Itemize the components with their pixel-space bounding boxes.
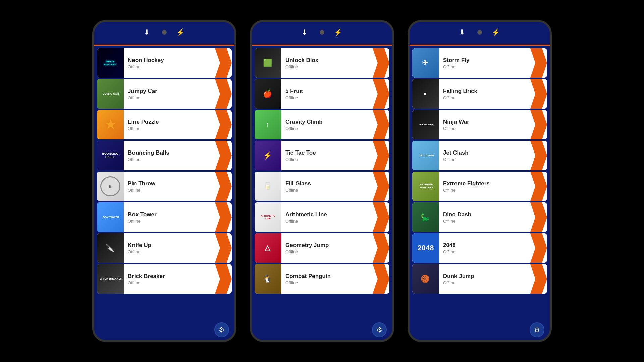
game-icon-box-tower: BOX TOWER (97, 202, 124, 232)
game-icon-storm-fly: ✈ (412, 48, 439, 78)
game-arrow-combat-penguin (373, 264, 389, 294)
game-info-line-puzzle: Line Puzzle Offline (124, 119, 215, 131)
game-name-dino-dash: Dino Dash (443, 211, 526, 218)
game-info-jet-clash: Jet Clash Offline (439, 149, 530, 162)
game-info-falling-brick: Falling Brick Offline (439, 88, 530, 100)
game-arrow-gravity-climb (373, 110, 389, 139)
game-status-gravity-climb: Offline (285, 126, 369, 131)
phone-header-bar (94, 42, 234, 46)
game-icon-dunk-jump: 🏀 (412, 264, 439, 294)
game-icon-bg-gravity-climb: ↑ (255, 110, 281, 139)
game-item-knife-up[interactable]: 🔪 Knife Up Offline (97, 233, 232, 263)
game-item-fill-glass[interactable]: 🥛 Fill Glass Offline (255, 172, 389, 201)
game-icon-bg-knife-up: 🔪 (97, 233, 124, 263)
game-item-extreme-fighters[interactable]: EXTREME FIGHTERS Extreme Fighters Offlin… (412, 172, 547, 201)
game-item-box-tower[interactable]: BOX TOWER Box Tower Offline (97, 202, 232, 232)
bolt-icon: ⚡ (334, 28, 342, 36)
game-icon-bg-pin-throw: 5 (97, 172, 124, 201)
game-item-ninja-war[interactable]: NINJA WAR Ninja War Offline (412, 110, 547, 139)
game-item-dunk-jump[interactable]: 🏀 Dunk Jump Offline (412, 264, 547, 294)
game-arrow-tic-tac-toe (373, 141, 389, 170)
game-icon-arithmetic-line: ARITHMETICLINE (255, 202, 281, 232)
game-arrow-jet-clash (530, 141, 547, 170)
game-arrow-unlock-blox (373, 48, 389, 78)
game-status-combat-penguin: Offline (285, 280, 369, 285)
game-status-tic-tac-toe: Offline (285, 157, 369, 162)
game-info-bouncing-balls: Bouncing Balls Offline (124, 149, 215, 162)
game-icon-bg-combat-penguin: 🐧 (255, 264, 281, 294)
game-status-fill-glass: Offline (285, 188, 369, 193)
phone-footer: ⚙ (410, 320, 550, 340)
game-arrow-line-puzzle (215, 110, 232, 139)
game-item-2048[interactable]: 2048 2048 Offline (412, 233, 547, 263)
game-name-unlock-blox: Unlock Blox (285, 57, 369, 64)
game-icon-bg-extreme-fighters: EXTREME FIGHTERS (412, 172, 439, 201)
game-icon-line-puzzle: ★ (97, 110, 124, 139)
game-icon-bg-5-fruit: 🍎 (255, 79, 281, 109)
game-arrow-ninja-war (530, 110, 547, 139)
game-item-falling-brick[interactable]: ▪ Falling Brick Offline (412, 79, 547, 109)
game-info-combat-penguin: Combat Penguin Offline (281, 273, 373, 285)
game-item-jet-clash[interactable]: JET CLASH Jet Clash Offline (412, 141, 547, 170)
game-name-line-puzzle: Line Puzzle (128, 119, 211, 125)
game-item-dino-dash[interactable]: 🦕 Dino Dash Offline (412, 202, 547, 232)
camera-dot (162, 30, 167, 35)
game-status-brick-breaker: Offline (128, 280, 211, 285)
game-item-pin-throw[interactable]: 5 Pin Throw Offline (97, 172, 232, 201)
game-icon-bg-dunk-jump: 🏀 (412, 264, 439, 294)
game-info-5-fruit: 5 Fruit Offline (281, 88, 373, 100)
phone-footer: ⚙ (94, 320, 234, 340)
game-info-dino-dash: Dino Dash Offline (439, 211, 530, 224)
game-item-geometry-jump[interactable]: △ Geometry Jump Offline (255, 233, 389, 263)
game-icon-dino-dash: 🦕 (412, 202, 439, 232)
game-status-2048: Offline (443, 249, 526, 254)
game-item-tic-tac-toe[interactable]: ⚡ Tic Tac Toe Offline (255, 141, 389, 170)
game-icon-bg-dino-dash: 🦕 (412, 202, 439, 232)
game-name-brick-breaker: Brick Breaker (128, 273, 211, 280)
game-item-arithmetic-line[interactable]: ARITHMETICLINE Arithmetic Line Offline (255, 202, 389, 232)
game-info-2048: 2048 Offline (439, 242, 530, 254)
game-icon-knife-up: 🔪 (97, 233, 124, 263)
game-item-line-puzzle[interactable]: ★ Line Puzzle Offline (97, 110, 232, 139)
game-item-jumpy-car[interactable]: JUMPY CAR Jumpy Car Offline (97, 79, 232, 109)
game-icon-extreme-fighters: EXTREME FIGHTERS (412, 172, 439, 201)
game-icon-fill-glass: 🥛 (255, 172, 281, 201)
game-name-combat-penguin: Combat Penguin (285, 273, 369, 280)
game-item-combat-penguin[interactable]: 🐧 Combat Penguin Offline (255, 264, 389, 294)
settings-button[interactable]: ⚙ (530, 322, 544, 337)
game-status-extreme-fighters: Offline (443, 188, 526, 193)
phone-header-bar (252, 42, 392, 46)
game-item-neon-hockey[interactable]: NEONHOCKEY Neon Hockey Offline (97, 48, 232, 78)
game-arrow-knife-up (215, 233, 232, 263)
game-info-tic-tac-toe: Tic Tac Toe Offline (281, 149, 373, 162)
game-icon-bg-storm-fly: ✈ (412, 48, 439, 78)
games-list: ✈ Storm Fly Offline ▪ Falling Brick Offl… (410, 46, 550, 320)
game-status-falling-brick: Offline (443, 95, 526, 100)
game-name-storm-fly: Storm Fly (443, 57, 526, 64)
settings-button[interactable]: ⚙ (214, 322, 229, 337)
game-name-gravity-climb: Gravity Climb (285, 119, 369, 125)
game-icon-falling-brick: ▪ (412, 79, 439, 109)
game-item-gravity-climb[interactable]: ↑ Gravity Climb Offline (255, 110, 389, 139)
game-info-box-tower: Box Tower Offline (124, 211, 215, 224)
game-arrow-dunk-jump (530, 264, 547, 294)
game-item-5-fruit[interactable]: 🍎 5 Fruit Offline (255, 79, 389, 109)
game-icon-bg-jet-clash: JET CLASH (412, 141, 439, 170)
game-arrow-falling-brick (530, 79, 547, 109)
game-item-unlock-blox[interactable]: 🟩 Unlock Blox Offline (255, 48, 389, 78)
game-info-pin-throw: Pin Throw Offline (124, 180, 215, 193)
game-arrow-pin-throw (215, 172, 232, 201)
game-status-knife-up: Offline (128, 249, 211, 254)
game-item-brick-breaker[interactable]: BRICK BREAKER Brick Breaker Offline (97, 264, 232, 294)
game-info-extreme-fighters: Extreme Fighters Offline (439, 180, 530, 193)
game-arrow-geometry-jump (373, 233, 389, 263)
game-item-bouncing-balls[interactable]: BOUNCING BALLS Bouncing Balls Offline (97, 141, 232, 170)
game-arrow-neon-hockey (215, 48, 232, 78)
game-info-storm-fly: Storm Fly Offline (439, 57, 530, 69)
game-info-dunk-jump: Dunk Jump Offline (439, 273, 530, 285)
game-status-bouncing-balls: Offline (128, 157, 211, 162)
game-icon-pin-throw: 5 (97, 172, 124, 201)
game-icon-geometry-jump: △ (255, 233, 281, 263)
game-item-storm-fly[interactable]: ✈ Storm Fly Offline (412, 48, 547, 78)
settings-button[interactable]: ⚙ (372, 322, 387, 337)
